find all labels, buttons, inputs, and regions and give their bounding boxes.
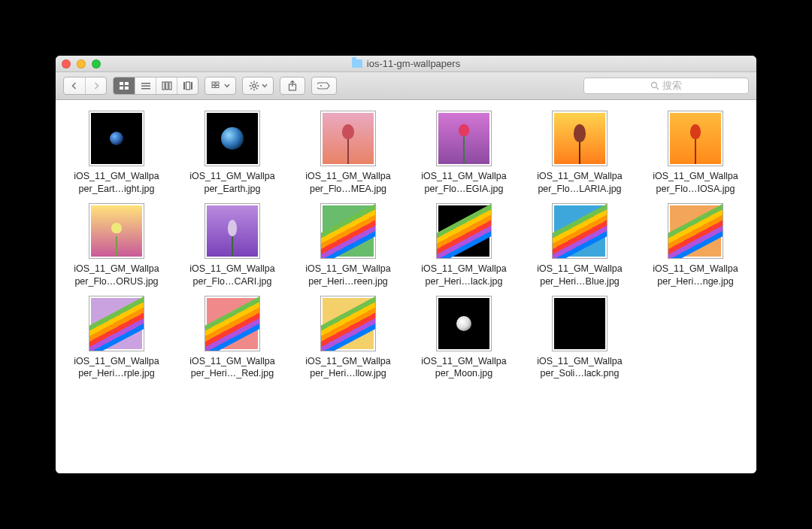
svg-line-23	[256, 88, 257, 90]
svg-rect-8	[165, 82, 168, 90]
file-item[interactable]: iOS_11_GM_Wallpaper_Heri…rple.jpg	[62, 296, 171, 381]
file-item[interactable]: iOS_11_GM_Wallpaper_Heri…llow.jpg	[293, 296, 403, 381]
svg-rect-13	[212, 82, 215, 84]
file-name-label[interactable]: iOS_11_GM_Wallpaper_Flo…LARIA.jpg	[526, 170, 633, 196]
file-name-label[interactable]: iOS_11_GM_Wallpaper_Heri…rple.jpg	[63, 355, 170, 381]
file-name-label[interactable]: iOS_11_GM_Wallpaper_Heri…nge.jpg	[642, 263, 749, 288]
file-thumbnail[interactable]	[436, 203, 492, 259]
file-thumbnail[interactable]	[205, 111, 260, 166]
file-name-label[interactable]: iOS_11_GM_Wallpaper_Flo…IOSA.jpg	[642, 170, 749, 196]
coverflow-view-button[interactable]	[177, 78, 198, 94]
file-item[interactable]: iOS_11_GM_Wallpaper_Eart…ight.jpg	[62, 111, 171, 196]
file-item[interactable]: iOS_11_GM_Wallpaper_Flo…ORUS.jpg	[62, 203, 171, 288]
file-name-label[interactable]: iOS_11_GM_Wallpaper_Heri…Blue.jpg	[526, 263, 633, 288]
tags-button[interactable]	[311, 77, 337, 95]
icon-view-button[interactable]	[114, 78, 135, 94]
svg-rect-12	[191, 82, 192, 90]
file-name-label[interactable]: iOS_11_GM_Wallpaper_Heri…_Red.jpg	[179, 355, 286, 381]
file-item[interactable]: iOS_11_GM_Wallpaper_Flo…LARIA.jpg	[525, 111, 635, 196]
file-thumbnail[interactable]	[89, 296, 144, 351]
folder-icon	[352, 59, 362, 68]
file-name-label[interactable]: iOS_11_GM_Wallpaper_Earth.jpg	[179, 170, 286, 196]
content-area[interactable]: iOS_11_GM_Wallpaper_Eart…ight.jpgiOS_11_…	[56, 100, 756, 473]
toolbar: 搜索	[56, 72, 756, 100]
svg-rect-4	[141, 83, 150, 84]
titlebar[interactable]: ios-11-gm-wallpapers	[56, 56, 756, 72]
back-button[interactable]	[64, 78, 85, 94]
svg-point-17	[252, 84, 255, 87]
file-item[interactable]: iOS_11_GM_Wallpaper_Flo…CARI.jpg	[177, 203, 287, 288]
file-item[interactable]: iOS_11_GM_Wallpaper_Moon.jpg	[409, 296, 519, 381]
svg-line-22	[250, 82, 252, 84]
file-thumbnail[interactable]	[320, 111, 376, 166]
file-item[interactable]: iOS_11_GM_Wallpaper_Flo…EGIA.jpg	[409, 111, 519, 196]
file-name-label[interactable]: iOS_11_GM_Wallpaper_Heri…llow.jpg	[295, 355, 401, 381]
file-item[interactable]: iOS_11_GM_Wallpaper_Heri…reen.jpg	[293, 203, 403, 288]
window-title: ios-11-gm-wallpapers	[56, 58, 756, 69]
svg-rect-6	[141, 88, 150, 90]
view-switch	[113, 77, 198, 95]
file-thumbnail[interactable]	[436, 111, 492, 166]
action-menu[interactable]	[242, 77, 274, 95]
forward-button[interactable]	[85, 78, 106, 94]
file-thumbnail[interactable]	[205, 203, 260, 259]
file-thumbnail[interactable]	[320, 203, 376, 259]
share-icon	[288, 81, 297, 91]
file-name-label[interactable]: iOS_11_GM_Wallpaper_Heri…lack.jpg	[411, 263, 517, 288]
file-name-label[interactable]: iOS_11_GM_Wallpaper_Flo…MEA.jpg	[295, 170, 401, 196]
file-thumbnail[interactable]	[89, 203, 144, 259]
file-thumbnail[interactable]	[436, 296, 492, 351]
file-item[interactable]: iOS_11_GM_Wallpaper_Heri…lack.jpg	[409, 203, 519, 288]
share-button[interactable]	[280, 77, 305, 95]
window-title-text: ios-11-gm-wallpapers	[367, 58, 460, 69]
file-item[interactable]: iOS_11_GM_Wallpaper_Heri…nge.jpg	[641, 203, 750, 288]
file-name-label[interactable]: iOS_11_GM_Wallpaper_Heri…reen.jpg	[295, 263, 401, 288]
file-thumbnail[interactable]	[320, 296, 376, 351]
file-name-label[interactable]: iOS_11_GM_Wallpaper_Eart…ight.jpg	[63, 170, 170, 196]
file-item[interactable]: iOS_11_GM_Wallpaper_Heri…Blue.jpg	[525, 203, 635, 288]
file-thumbnail[interactable]	[89, 111, 144, 166]
file-name-label[interactable]: iOS_11_GM_Wallpaper_Flo…CARI.jpg	[179, 263, 286, 288]
file-thumbnail[interactable]	[205, 296, 260, 351]
nav-buttons	[63, 77, 107, 95]
svg-rect-7	[162, 82, 165, 90]
svg-rect-16	[216, 86, 219, 88]
gear-icon	[249, 81, 259, 91]
file-name-label[interactable]: iOS_11_GM_Wallpaper_Flo…ORUS.jpg	[63, 263, 170, 288]
svg-rect-1	[125, 82, 129, 85]
tag-icon	[317, 81, 331, 90]
svg-rect-0	[120, 82, 123, 85]
file-thumbnail[interactable]	[552, 296, 607, 351]
svg-rect-3	[125, 87, 129, 90]
file-thumbnail[interactable]	[552, 203, 607, 259]
svg-line-25	[250, 88, 252, 90]
svg-rect-15	[212, 86, 215, 88]
file-thumbnail[interactable]	[668, 111, 723, 166]
svg-point-29	[652, 83, 657, 88]
svg-point-28	[320, 85, 322, 87]
finder-window: ios-11-gm-wallpapers	[56, 56, 756, 473]
file-name-label[interactable]: iOS_11_GM_Wallpaper_Soli…lack.png	[526, 355, 633, 381]
file-item[interactable]: iOS_11_GM_Wallpaper_Soli…lack.png	[525, 296, 635, 381]
file-item[interactable]: iOS_11_GM_Wallpaper_Heri…_Red.jpg	[177, 296, 287, 381]
search-field[interactable]: 搜索	[583, 78, 749, 94]
svg-rect-9	[169, 82, 171, 90]
file-name-label[interactable]: iOS_11_GM_Wallpaper_Moon.jpg	[411, 355, 517, 381]
file-thumbnail[interactable]	[668, 203, 723, 259]
svg-line-30	[656, 87, 659, 90]
file-thumbnail[interactable]	[552, 111, 607, 166]
column-view-button[interactable]	[156, 78, 177, 94]
svg-rect-2	[120, 87, 123, 90]
svg-rect-10	[183, 82, 185, 90]
search-placeholder: 搜索	[662, 79, 682, 93]
svg-rect-14	[216, 82, 219, 84]
search-icon	[650, 81, 659, 90]
list-view-button[interactable]	[135, 78, 156, 94]
file-item[interactable]: iOS_11_GM_Wallpaper_Flo…IOSA.jpg	[641, 111, 750, 196]
svg-rect-5	[141, 86, 150, 87]
file-item[interactable]: iOS_11_GM_Wallpaper_Flo…MEA.jpg	[293, 111, 403, 196]
icon-grid: iOS_11_GM_Wallpaper_Eart…ight.jpgiOS_11_…	[62, 111, 750, 380]
arrange-menu[interactable]	[205, 77, 236, 95]
file-item[interactable]: iOS_11_GM_Wallpaper_Earth.jpg	[177, 111, 287, 196]
file-name-label[interactable]: iOS_11_GM_Wallpaper_Flo…EGIA.jpg	[411, 170, 517, 196]
